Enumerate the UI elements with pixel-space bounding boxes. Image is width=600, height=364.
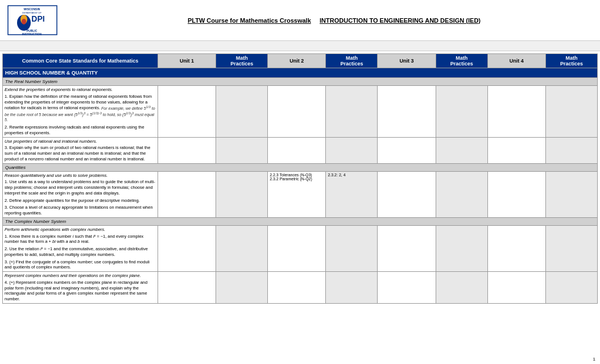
m1-complex-arith <box>216 225 268 271</box>
table-body: HIGH SCHOOL NUMBER & QUANTITY The Real N… <box>3 68 598 304</box>
u2-complex-plane <box>268 272 326 304</box>
u3-rational <box>378 137 436 163</box>
m3-complex-arith <box>436 225 487 271</box>
subsection-header-complex: The Complex Number System <box>3 217 598 225</box>
u2-rational <box>268 137 326 163</box>
title-prefix: PLTW Course for Mathematics Crosswalk <box>188 17 311 24</box>
m3-complex-plane <box>436 272 487 304</box>
u4-extend <box>487 86 545 138</box>
u1-extend <box>158 86 216 138</box>
table-row: Extend the properties of exponents to ra… <box>3 86 598 138</box>
m4-complex-plane <box>545 272 597 304</box>
title-underlined: INTRODUCTION TO ENGINEERING AND DESIGN (… <box>320 17 481 24</box>
u4-complex-arith <box>487 225 545 271</box>
top-nav-bar <box>0 41 600 51</box>
table-row: Reason quantitatively and use units to s… <box>3 171 598 217</box>
standard-rational: Use properties of rational and irrationa… <box>3 137 158 163</box>
page-wrapper: WISCONSIN DEPARTMENT OF DPI PUBLIC INSTR… <box>0 0 600 306</box>
m2-complex-plane <box>326 272 378 304</box>
logo-area: WISCONSIN DEPARTMENT OF DPI PUBLIC INSTR… <box>7 5 75 36</box>
table-wrapper: Common Core State Standards for Mathemat… <box>0 51 600 306</box>
standard-complex-arith: Perform arithmetic operations with compl… <box>3 225 158 271</box>
m4-extend <box>545 86 597 138</box>
table-row: Use properties of rational and irrationa… <box>3 137 598 163</box>
col-header-math1: MathPractices <box>216 54 268 68</box>
header-title: PLTW Course for Mathematics Crosswalk IN… <box>75 17 593 24</box>
col-header-math2: MathPractices <box>326 54 378 68</box>
u3-complex-plane <box>378 272 436 304</box>
subsection-quantities: Quantities <box>3 163 598 171</box>
u3-extend <box>378 86 436 138</box>
u2-extend <box>268 86 326 138</box>
u3-complex-arith <box>378 225 436 271</box>
col-header-unit3: Unit 3 <box>378 54 436 68</box>
header: WISCONSIN DEPARTMENT OF DPI PUBLIC INSTR… <box>0 0 600 41</box>
u2-complex-arith <box>268 225 326 271</box>
wi-dpi-logo: WISCONSIN DEPARTMENT OF DPI PUBLIC INSTR… <box>7 5 58 36</box>
page-number: 1 <box>593 357 595 362</box>
u4-complex-plane <box>487 272 545 304</box>
section-header-hsnq: HIGH SCHOOL NUMBER & QUANTITY <box>3 68 598 78</box>
m2-rational <box>326 137 378 163</box>
svg-point-5 <box>22 19 26 24</box>
m4-quantities <box>545 171 597 217</box>
svg-text:WISCONSIN: WISCONSIN <box>24 7 40 11</box>
u1-complex-plane <box>158 272 216 304</box>
u1-complex-arith <box>158 225 216 271</box>
svg-text:DPI: DPI <box>31 14 44 23</box>
u1-rational <box>158 137 216 163</box>
u3-quantities <box>378 171 436 217</box>
u1-quantities <box>158 171 216 217</box>
crosswalk-table: Common Core State Standards for Mathemat… <box>2 53 598 304</box>
m1-complex-plane <box>216 272 268 304</box>
u2-quantities: 2.2.3 Tolerances (N-Q3)2.3.2 Parametric … <box>268 171 326 217</box>
m1-extend <box>216 86 268 138</box>
col-header-math4: MathPractices <box>545 54 597 68</box>
m2-quantities: 2.3.2: 2, 4 <box>326 171 378 217</box>
section-header-row: HIGH SCHOOL NUMBER & QUANTITY <box>3 68 598 78</box>
svg-text:INSTRUCTION: INSTRUCTION <box>22 32 42 36</box>
m1-rational <box>216 137 268 163</box>
standard-quantities: Reason quantitatively and use units to s… <box>3 171 158 217</box>
standard-extend: Extend the properties of exponents to ra… <box>3 86 158 138</box>
m2-complex-arith <box>326 225 378 271</box>
m1-quantities <box>216 171 268 217</box>
m2-extend <box>326 86 378 138</box>
subsection-real-number: The Real Number System <box>3 78 598 86</box>
col-header-standards: Common Core State Standards for Mathemat… <box>3 54 158 68</box>
subsection-header-quantities: Quantities <box>3 163 598 171</box>
m3-quantities <box>436 171 487 217</box>
table-row: Perform arithmetic operations with compl… <box>3 225 598 271</box>
u4-quantities <box>487 171 545 217</box>
m4-complex-arith <box>545 225 597 271</box>
col-header-unit1: Unit 1 <box>158 54 216 68</box>
col-header-unit2: Unit 2 <box>268 54 326 68</box>
col-header-math3: MathPractices <box>436 54 487 68</box>
m3-rational <box>436 137 487 163</box>
table-row: Represent complex numbers and their oper… <box>3 272 598 304</box>
standard-complex-plane: Represent complex numbers and their oper… <box>3 272 158 304</box>
subsection-header-rns: The Real Number System <box>3 78 598 86</box>
subsection-complex: The Complex Number System <box>3 217 598 225</box>
m4-rational <box>545 137 597 163</box>
col-header-unit4: Unit 4 <box>487 54 545 68</box>
m3-extend <box>436 86 487 138</box>
header-row-1: Common Core State Standards for Mathemat… <box>3 54 598 68</box>
u4-rational <box>487 137 545 163</box>
